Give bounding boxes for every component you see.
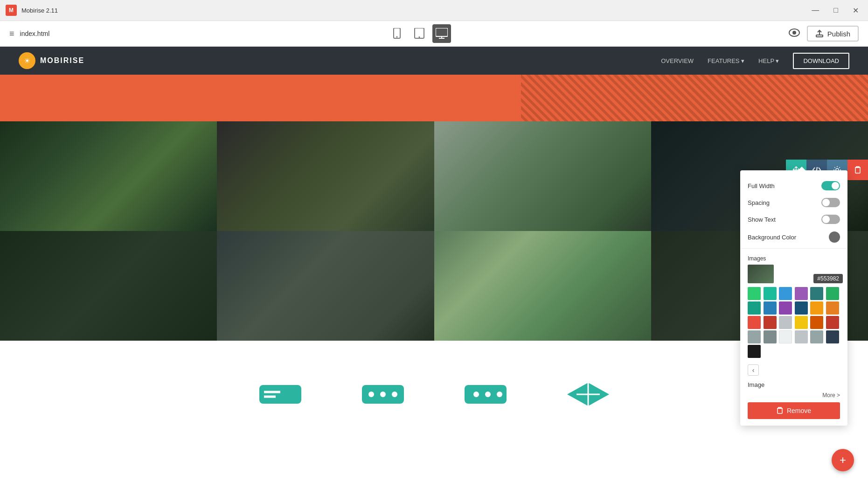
bottom-section xyxy=(0,341,868,448)
hamburger-button[interactable]: ≡ xyxy=(9,29,14,39)
palette-navigation: ‹ xyxy=(740,363,847,378)
palette-color-1[interactable] xyxy=(748,287,761,300)
desktop-view-button[interactable] xyxy=(432,24,451,43)
mobile-view-button[interactable] xyxy=(388,24,406,43)
color-palette-section: Images xyxy=(740,251,847,363)
bg-color-label: Background Color xyxy=(748,234,796,241)
full-width-row: Full Width xyxy=(740,177,847,194)
preview-button[interactable] xyxy=(789,28,800,39)
svg-point-20 xyxy=(497,392,502,397)
title-bar: M Mobirise 2.11 — □ ✕ xyxy=(0,0,868,21)
add-block-fab[interactable]: + xyxy=(832,449,854,471)
palette-color-18[interactable] xyxy=(826,316,839,329)
nav-link-overview[interactable]: OVERVIEW xyxy=(661,57,694,64)
nav-logo-icon: ☀ xyxy=(19,52,35,69)
palette-color-3[interactable] xyxy=(779,287,792,300)
divider-1 xyxy=(740,248,847,249)
preview-navbar: ☀ MOBIRISE OVERVIEW FEATURES ▾ HELP ▾ DO… xyxy=(0,47,868,75)
bottom-icon-2 xyxy=(360,380,406,408)
show-text-toggle[interactable] xyxy=(821,215,840,224)
palette-color-17[interactable] xyxy=(810,316,823,329)
palette-color-16[interactable] xyxy=(795,316,808,329)
svg-point-1 xyxy=(396,36,397,38)
close-button[interactable]: ✕ xyxy=(849,4,862,17)
filename-label: index.html xyxy=(20,30,50,37)
palette-color-9[interactable] xyxy=(779,301,792,315)
palette-color-11[interactable] xyxy=(810,301,823,315)
palette-color-5[interactable] xyxy=(810,287,823,300)
palette-color-13[interactable] xyxy=(748,316,761,329)
palette-color-14[interactable] xyxy=(764,316,777,329)
orange-section xyxy=(0,75,868,121)
palette-prev-button[interactable]: ‹ xyxy=(748,364,759,376)
palette-color-8[interactable] xyxy=(764,301,777,315)
nav-link-features[interactable]: FEATURES ▾ xyxy=(708,57,744,64)
show-text-row: Show Text xyxy=(740,211,847,228)
gallery-image-6 xyxy=(217,231,434,341)
gallery-image-1 xyxy=(0,121,217,231)
palette-color-25[interactable] xyxy=(748,345,761,358)
maximize-button[interactable]: □ xyxy=(830,4,842,17)
nav-link-help[interactable]: HELP ▾ xyxy=(758,57,779,64)
settings-panel: Full Width Spacing Show Text Background … xyxy=(740,170,847,426)
svg-point-8 xyxy=(793,31,796,34)
publish-button[interactable]: Publish xyxy=(807,26,859,42)
spacing-label: Spacing xyxy=(748,199,770,206)
svg-point-16 xyxy=(392,392,397,397)
palette-color-12[interactable] xyxy=(826,301,839,315)
color-hex-display: #553982 xyxy=(813,274,843,283)
svg-point-15 xyxy=(380,392,386,397)
svg-point-14 xyxy=(368,392,374,397)
palette-color-21[interactable] xyxy=(779,330,792,343)
svg-point-18 xyxy=(473,392,479,397)
palette-color-7[interactable] xyxy=(748,301,761,315)
palette-color-6[interactable] xyxy=(826,287,839,300)
orange-section-pattern xyxy=(521,75,868,121)
nav-download-button[interactable]: DOWNLOAD xyxy=(793,53,849,69)
palette-color-19[interactable] xyxy=(748,330,761,343)
palette-color-22[interactable] xyxy=(795,330,808,343)
image-label: Image xyxy=(748,381,764,388)
palette-color-24[interactable] xyxy=(826,330,839,343)
svg-point-19 xyxy=(485,392,491,397)
gallery-image-7 xyxy=(434,231,651,341)
bottom-icon-1 xyxy=(257,380,304,408)
svg-rect-10 xyxy=(259,385,301,404)
palette-color-4[interactable] xyxy=(795,287,808,300)
palette-color-10[interactable] xyxy=(795,301,808,315)
delete-block-button[interactable] xyxy=(847,160,868,180)
show-text-label: Show Text xyxy=(748,216,776,223)
bg-color-row: Background Color xyxy=(740,228,847,246)
bg-color-picker[interactable] xyxy=(829,231,840,243)
palette-color-15[interactable] xyxy=(779,316,792,329)
image-row: Image xyxy=(740,378,847,392)
full-width-toggle[interactable] xyxy=(821,181,840,190)
spacing-toggle[interactable] xyxy=(821,198,840,207)
publish-label: Publish xyxy=(827,30,850,38)
image-thumbnail[interactable] xyxy=(748,265,774,283)
palette-color-23[interactable] xyxy=(810,330,823,343)
palette-color-20[interactable] xyxy=(764,330,777,343)
toolbar: ≡ index.html Publish xyxy=(0,21,868,47)
svg-point-3 xyxy=(418,36,420,38)
minimize-button[interactable]: — xyxy=(808,4,823,17)
svg-rect-24 xyxy=(778,408,782,413)
gallery-image-3 xyxy=(434,121,651,231)
svg-rect-4 xyxy=(436,28,448,36)
color-palette-grid xyxy=(748,287,840,358)
images-label: Images xyxy=(748,255,840,262)
remove-button[interactable]: Remove xyxy=(748,402,840,419)
more-link[interactable]: More > xyxy=(740,392,847,399)
nav-logo-text: MOBIRISE xyxy=(40,56,84,65)
orange-section-inner xyxy=(0,75,521,121)
bottom-icon-3 xyxy=(462,380,509,408)
full-width-label: Full Width xyxy=(748,182,775,189)
palette-color-2[interactable] xyxy=(764,287,777,300)
tablet-view-button[interactable] xyxy=(410,24,429,43)
gallery-section xyxy=(0,121,868,341)
gallery-image-2 xyxy=(217,121,434,231)
app-title: Mobirise 2.11 xyxy=(21,7,58,14)
gallery-image-5 xyxy=(0,231,217,341)
app-logo: M xyxy=(6,5,17,16)
site-preview: ☀ MOBIRISE OVERVIEW FEATURES ▾ HELP ▾ DO… xyxy=(0,47,868,483)
